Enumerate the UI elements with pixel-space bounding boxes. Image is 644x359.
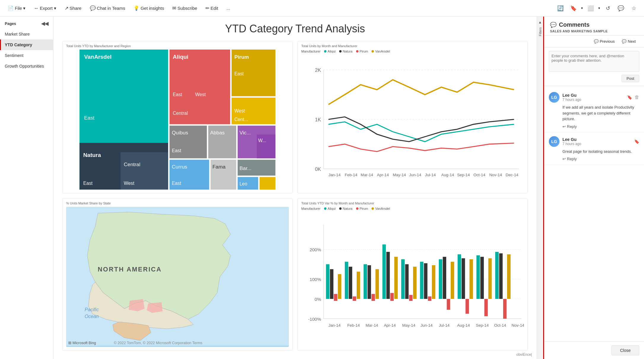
more-button[interactable]: ... (224, 4, 233, 12)
comment-reply-button[interactable]: ↩ Reply (562, 157, 639, 161)
map-copyright: © 2022 TomTom, © 2022 Microsoft Corporat… (114, 341, 203, 345)
svg-rect-86 (451, 262, 454, 299)
comment-text: If we add all years and isolate Producti… (562, 104, 639, 122)
undo-button[interactable]: ↺ (602, 3, 613, 14)
svg-text:Abbas: Abbas (210, 130, 225, 136)
comment-text: Great page for isolating seasonal trends… (562, 149, 639, 155)
svg-text:Natura: Natura (83, 152, 101, 158)
svg-text:May-14: May-14 (393, 173, 406, 177)
svg-rect-89 (466, 299, 469, 314)
comments-panel: 💬 Comments SALES AND MARKETING SAMPLE 💬 … (543, 17, 644, 359)
chart-linechart[interactable]: Total Units by Month and Manufacturer Ma… (297, 41, 528, 193)
line-aliqui (329, 122, 514, 142)
svg-text:Sep-14: Sep-14 (457, 173, 470, 177)
view-chevron-icon[interactable]: ▾ (598, 6, 600, 10)
comment-bookmark-button[interactable]: 🔖 (634, 139, 639, 144)
comments-previous-button[interactable]: 💬 Previous (592, 38, 617, 45)
subscribe-button[interactable]: ✉ Subscribe (169, 4, 200, 12)
export-icon: ↔ (34, 6, 39, 11)
comments-next-button[interactable]: 💬 Next (619, 38, 638, 45)
svg-rect-76 (405, 264, 409, 299)
sidebar-collapse-button[interactable]: ◀◀ (41, 21, 48, 26)
svg-text:Quibus: Quibus (172, 130, 188, 136)
comments-icon-button[interactable]: 💬 (616, 3, 626, 14)
barchart-legend-vanarsdel: VanArsdel (372, 207, 390, 210)
comments-close-button[interactable]: Close (611, 345, 639, 355)
filters-toggle-label[interactable]: Filters (538, 27, 542, 36)
watermark: obviEnce| (517, 352, 532, 357)
svg-text:East: East (83, 181, 93, 186)
svg-rect-85 (447, 299, 450, 310)
legend-vanarsdel: VanArsdel (372, 50, 390, 53)
svg-rect-59 (326, 264, 329, 299)
treemap-visual: VanArsdel East Central West Aliqui East … (66, 50, 289, 190)
get-insights-button[interactable]: 💡 Get insights (130, 4, 167, 12)
bookmark-chevron-icon[interactable]: ▾ (581, 6, 583, 10)
avatar: LG (549, 92, 559, 103)
comments-subtitle: SALES AND MARKETING SAMPLE (550, 29, 638, 33)
chat-teams-button[interactable]: 💬 Chat in Teams (87, 4, 128, 12)
view-button[interactable]: ⬜ (585, 3, 596, 14)
svg-rect-67 (364, 264, 367, 299)
map-svg: NORTH AMERICA Pacific Ocean ⊞ Microsoft … (66, 207, 289, 347)
legend-pirum: Pirum (356, 50, 368, 53)
sidebar-item-sentiment[interactable]: Sentiment (0, 50, 53, 61)
legend-natura: Natura (339, 50, 353, 53)
svg-text:Sep-14: Sep-14 (476, 323, 489, 328)
linechart-title: Total Units by Month and Manufacturer (301, 44, 524, 48)
comment-post-button[interactable]: Post (621, 75, 639, 82)
share-button[interactable]: ↗ Share (62, 4, 85, 12)
sidebar-item-ytd-category[interactable]: YTD Category (0, 39, 53, 50)
sidebar-item-growth-opportunities[interactable]: Growth Opportunities (0, 61, 53, 72)
svg-text:Jan-14: Jan-14 (329, 323, 341, 328)
svg-text:East: East (234, 71, 244, 76)
svg-text:200%: 200% (310, 247, 321, 252)
svg-rect-60 (330, 269, 334, 299)
svg-text:2K: 2K (315, 67, 321, 73)
svg-text:Nov-14: Nov-14 (511, 323, 524, 328)
linechart-visual: 2K 1K 0K Jan-14 Feb-14 Mar-14 Apr-14 May… (301, 54, 524, 193)
teams-icon: 💬 (90, 5, 96, 11)
svg-text:Cent...: Cent... (234, 117, 248, 122)
chart-barchart[interactable]: Total Units YTD Var % by Month and Manuf… (297, 198, 528, 351)
refresh-button[interactable]: 🔄 (555, 3, 566, 14)
edit-button[interactable]: ✏ Edit (203, 4, 221, 12)
svg-rect-63 (345, 262, 348, 299)
comment-delete-button[interactable]: 🗑 (635, 95, 639, 100)
file-button[interactable]: 📄 File ▾ (5, 4, 28, 12)
comment-reply-button[interactable]: ↩ Reply (562, 124, 639, 129)
map-title: % Units Market Share by State (66, 201, 289, 205)
chart-map[interactable]: % Units Market Share by State (62, 198, 293, 351)
svg-rect-23 (259, 177, 275, 190)
map-label-north-america: NORTH AMERICA (98, 266, 162, 273)
svg-text:Ocean: Ocean (85, 314, 99, 319)
sidebar-item-market-share[interactable]: Market Share (0, 29, 53, 39)
sidebar-title: Pages (5, 21, 16, 26)
svg-rect-98 (507, 254, 511, 299)
svg-rect-82 (432, 265, 436, 299)
svg-rect-88 (462, 258, 465, 299)
comment-bookmark-button[interactable]: 🔖 (627, 95, 632, 100)
svg-rect-93 (484, 299, 488, 316)
svg-text:May-14: May-14 (402, 323, 415, 328)
filters-collapse-arrow[interactable]: ▲ (538, 20, 542, 24)
svg-text:Feb-14: Feb-14 (345, 173, 358, 177)
svg-text:West: West (195, 92, 206, 97)
comment-time: 7 hours ago (562, 98, 581, 102)
sidebar: Pages ◀◀ Market Share YTD Category Senti… (0, 17, 53, 359)
svg-text:Central: Central (173, 111, 188, 116)
chart-treemap[interactable]: Total Units YTD by Manufacturer and Regi… (62, 41, 293, 193)
star-button[interactable]: ☆ (629, 3, 639, 14)
content-area: YTD Category Trend Analysis Total Units … (53, 17, 644, 359)
comments-nav: 💬 Previous 💬 Next (544, 36, 644, 47)
svg-text:Apr-14: Apr-14 (384, 323, 396, 328)
comment-user-info: LG Lee Gu 7 hours ago (549, 136, 581, 147)
svg-rect-72 (386, 252, 390, 299)
svg-text:Jul-14: Jul-14 (425, 173, 436, 177)
export-button[interactable]: ↔ Export ▾ (31, 4, 59, 12)
barchart-visual: 200% 100% 0% -100% (301, 212, 524, 351)
line-pirum (329, 143, 514, 151)
svg-rect-73 (390, 293, 394, 301)
comment-textarea[interactable] (549, 51, 639, 72)
bookmark-button[interactable]: 🔖 (568, 3, 579, 14)
